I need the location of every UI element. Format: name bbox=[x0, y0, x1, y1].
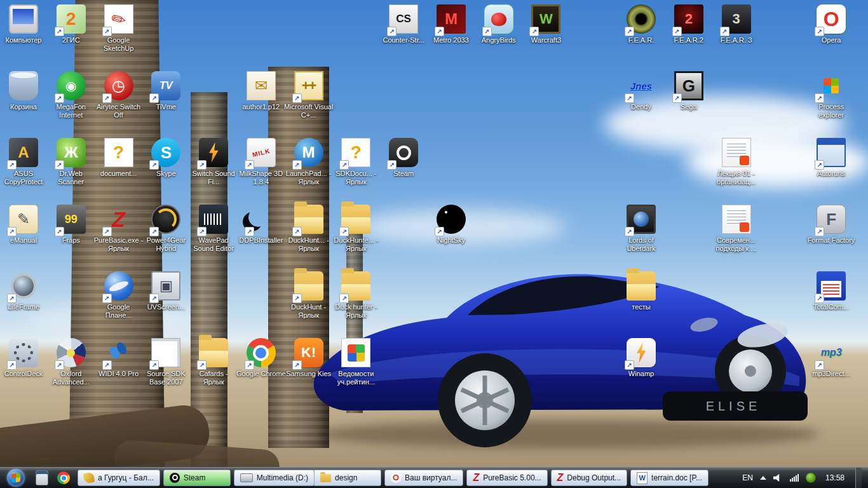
desktop-icon-wavepad-35[interactable]: ↗WavePad Sound Editor bbox=[188, 204, 239, 253]
desktop-icon-label: Metro 2033 bbox=[426, 36, 477, 44]
desktop-icon-folder-38[interactable]: ↗DuckHunte... - Ярлык bbox=[330, 204, 381, 253]
desktop-icon-folder-47[interactable]: ↗Duck hunter - Ярлык bbox=[330, 271, 381, 320]
taskbar-window-5[interactable]: ZPureBasic 5.00... bbox=[466, 470, 547, 486]
taskbar-window-1[interactable]: Steam bbox=[163, 470, 231, 486]
volume-icon[interactable] bbox=[773, 474, 783, 482]
desktop-icon-winamp-58[interactable]: ↗Winamp bbox=[616, 337, 667, 378]
desktop-icon-label: Dendy bbox=[616, 103, 667, 111]
taskbar-window-label: Debug Output... bbox=[567, 473, 621, 482]
desktop-icon-tivme-14[interactable]: TV↗TiVme bbox=[140, 71, 191, 111]
desktop-icon-oxford-51[interactable]: ↗Oxford Advanced... bbox=[46, 337, 97, 386]
desktop-icon-sketchup-2[interactable]: ✏↗Google SketchUp bbox=[93, 4, 144, 53]
desktop-icon-warcraft-6[interactable]: W↗Warcraft3 bbox=[520, 4, 571, 44]
desktop-icon-folder-46[interactable]: ↗DuckHunt - Ярлык bbox=[283, 271, 334, 320]
megafon-icon: ◉↗ bbox=[56, 71, 86, 102]
desktop-icon-vedomosti-57[interactable]: Ведомости уч.рейтин... bbox=[330, 337, 381, 386]
desktop-icon-fear1-7[interactable]: ↗F.E.A.R. bbox=[616, 4, 667, 44]
desktop-icon-label: AngryBirds bbox=[473, 36, 524, 44]
show-desktop-button[interactable] bbox=[855, 468, 862, 488]
desktop-icon-drweb-21[interactable]: Ж↗Dr.Web Scanner bbox=[46, 137, 97, 186]
desktop-icon-formatfactory-42[interactable]: F↗Format Factory bbox=[806, 204, 857, 245]
taskbar-window-3[interactable]: design bbox=[314, 470, 381, 486]
desktop-icon-cs-3[interactable]: CS↗Counter-Str... bbox=[378, 4, 429, 44]
desktop-icon-lifeframe-43[interactable]: ↗LifeFrame bbox=[0, 271, 49, 311]
taskbar-window-2[interactable]: Multimedia (D:) bbox=[234, 470, 315, 486]
desktop-icon-fear3-9[interactable]: 3↗F.E.A.R. 3 bbox=[711, 4, 762, 44]
desktop-icon-skype-23[interactable]: S↗Skype bbox=[140, 137, 191, 178]
desktop-icon-milkshape-25[interactable]: MILK↗MilkShape 3D 1.8.4 bbox=[236, 137, 287, 186]
chrome-icon[interactable] bbox=[57, 471, 70, 484]
desktop-icon-authorp12-15[interactable]: ✉author1.p12 bbox=[236, 71, 287, 111]
desktop-icon-dendy-17[interactable]: Jnes↗Dendy bbox=[616, 71, 667, 111]
shortcut-arrow-icon: ↗ bbox=[102, 227, 112, 236]
folder-task-icon bbox=[320, 474, 331, 482]
desktop-icon-airytec-13[interactable]: ◷↗Airytec Switch Off bbox=[93, 71, 144, 119]
desktop-icon-folder-48[interactable]: тесты bbox=[616, 271, 667, 311]
desktop-icon-power4gear-34[interactable]: ↗Power4Gear Hybrid bbox=[140, 204, 191, 253]
desktop-icon-opera-10[interactable]: O↗Opera bbox=[806, 4, 857, 44]
desktop-icon-megafon-12[interactable]: ◉↗MegaFon Internet bbox=[46, 71, 97, 119]
desktop-icon-sourcesdk-53[interactable]: ↗Source SDK Base 2007 bbox=[140, 337, 191, 386]
shortcut-arrow-icon: ↗ bbox=[339, 227, 349, 236]
desktop-icon-folder-37[interactable]: ↗DuckHunt... - Ярлык bbox=[283, 204, 334, 253]
network-signal-icon[interactable] bbox=[790, 474, 799, 482]
desktop-icon-label: Ведомости уч.рейтин... bbox=[330, 370, 381, 386]
desktop-icon-switchsound-24[interactable]: ↗Switch Sound Fi... bbox=[188, 137, 239, 186]
desktop-icon-uvscreen-45[interactable]: ▣↗UVScreen... bbox=[140, 271, 191, 311]
desktop-icon-angrybirds-5[interactable]: ↗AngryBirds bbox=[473, 4, 524, 44]
wavepad-glyph bbox=[204, 214, 223, 225]
desktop-icon-gis2-1[interactable]: 2↗2ГИС bbox=[46, 4, 97, 44]
clock[interactable]: 13:58 bbox=[825, 473, 844, 482]
desktop-icon-kies-56[interactable]: K!↗Samsung Kies bbox=[283, 337, 334, 378]
desktop-icon-sega-18[interactable]: G↗Sega bbox=[663, 71, 714, 111]
desktop-icon-asus-20[interactable]: A↗ASUS CopyProtect bbox=[0, 137, 49, 186]
desktop-icon-fraps-32[interactable]: 99↗Fraps bbox=[46, 204, 97, 245]
kies-icon: K!↗ bbox=[294, 338, 324, 369]
desktop-icon-chrome-55[interactable]: ↗Google Chrome bbox=[236, 337, 287, 378]
taskbar-window-4[interactable]: OВаш виртуал... bbox=[384, 470, 463, 486]
fear1-icon: ↗ bbox=[626, 4, 656, 35]
desktop-icon-metro-4[interactable]: M↗Metro 2033 bbox=[426, 4, 477, 44]
desktop-icon-autoruns-30[interactable]: ↗Autoruns bbox=[806, 137, 857, 178]
desktop-icon-label: Samsung Kies bbox=[283, 370, 334, 378]
desktop-icon-controldeck-50[interactable]: ↗ControlDeck bbox=[0, 337, 49, 378]
desktop-icon-recycle-11[interactable]: Корзина bbox=[0, 71, 49, 111]
desktop-icon-emanual-31[interactable]: ✎↗eManual bbox=[0, 204, 49, 245]
desktop-icon-sdkdoc-27[interactable]: ?↗SDKDocu... - Ярлык bbox=[330, 137, 381, 186]
desktop-icon-folder-54[interactable]: ↗Cafards - Ярлык bbox=[188, 337, 239, 386]
desktop-icon-lecture-41[interactable]: Современ... подходы к ... bbox=[711, 204, 762, 253]
desktop-icon-widi-52[interactable]: ↗WIDI 4.0 Pro bbox=[93, 337, 144, 378]
desktop-icon-computer-0[interactable]: Компьютер bbox=[0, 4, 49, 44]
desktop-icon-ddpb-36[interactable]: ↗DDPBInstaller bbox=[236, 204, 287, 245]
totalcmd-icon: ↗ bbox=[816, 271, 846, 302]
desktop-icon-procexp-19[interactable]: ↗Process explorer bbox=[806, 71, 857, 119]
desktop-icon-fear2-8[interactable]: 2↗F.E.A.R.2 bbox=[663, 4, 714, 44]
desktop-icon-label: TiVme bbox=[140, 103, 191, 111]
desktop-icon-lords-40[interactable]: ↗Lords of Uberdark bbox=[616, 204, 667, 253]
start-button[interactable] bbox=[4, 468, 28, 487]
desktop-icon-msvc-16[interactable]: ++↗Microsoft Visual C+... bbox=[283, 71, 334, 119]
shortcut-arrow-icon: ↗ bbox=[292, 93, 302, 103]
hidden-icons-arrow-icon[interactable] bbox=[760, 476, 766, 480]
desktop-icon-label: DDPBInstaller bbox=[236, 236, 287, 245]
desktop-icon-purebasic-33[interactable]: Z↗PureBasic.exe - Ярлык bbox=[93, 204, 144, 253]
desktop-icon-lecture-29[interactable]: Лекция 01 - организац... bbox=[711, 137, 762, 186]
desktop-icon-docq-22[interactable]: ?document... bbox=[93, 137, 144, 178]
desktop-icon-steam-28[interactable]: ↗Steam bbox=[378, 137, 429, 178]
taskbar-window-7[interactable]: Wterrain.doc [P... bbox=[630, 470, 709, 486]
tivme-icon: TV↗ bbox=[151, 71, 181, 102]
language-indicator[interactable]: EN bbox=[742, 473, 753, 482]
desktop-icon-launchpad-26[interactable]: M↗LaunchPad... - Ярлык bbox=[283, 137, 334, 186]
widi-icon: ↗ bbox=[104, 338, 134, 369]
desktop-icon-nightsky-39[interactable]: ↗NightSky bbox=[426, 204, 477, 245]
launchpad-glyph: M bbox=[302, 144, 315, 161]
drweb-agent-icon[interactable] bbox=[806, 473, 816, 483]
taskbar-window-0[interactable]: а Гургуц - Бал... bbox=[78, 470, 160, 486]
desktop-icon-mp3direct-59[interactable]: mp3↗mp3Direct... bbox=[806, 337, 857, 378]
milkshape-glyph: MILK bbox=[252, 147, 271, 158]
calculator-icon[interactable] bbox=[36, 470, 48, 485]
desktop-icon-gearth-44[interactable]: ↗Google Плане... bbox=[93, 271, 144, 320]
folder-icon: ↗ bbox=[294, 205, 324, 235]
taskbar-window-6[interactable]: ZDebug Output... bbox=[551, 470, 628, 486]
desktop-icon-totalcmd-49[interactable]: ↗TotalCom... bbox=[806, 271, 857, 311]
